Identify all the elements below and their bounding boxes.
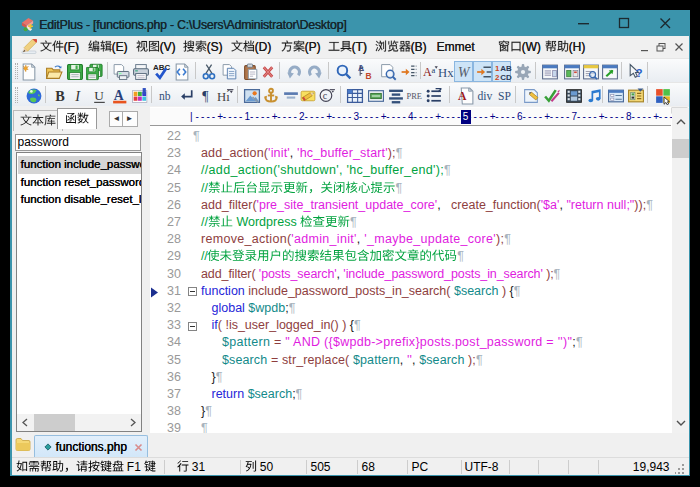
svg-text:W: W xyxy=(458,64,471,79)
svg-text:A: A xyxy=(114,87,124,102)
svg-text:U: U xyxy=(94,88,104,103)
svg-text:A: A xyxy=(358,63,364,73)
svg-text:Hx: Hx xyxy=(438,65,454,79)
svg-text:I: I xyxy=(74,88,81,104)
svg-text:div: div xyxy=(477,90,492,103)
svg-text:CD: CD xyxy=(500,72,512,80)
svg-text:A: A xyxy=(458,89,467,102)
svg-text:¶: ¶ xyxy=(202,88,209,103)
svg-text:2: 2 xyxy=(495,72,500,80)
svg-text:a: a xyxy=(431,64,435,74)
svg-text:B: B xyxy=(365,70,371,80)
svg-text:SP: SP xyxy=(498,90,511,103)
svg-text:Hı́: Hı́ xyxy=(217,89,230,103)
svg-text:c: c xyxy=(323,90,328,101)
svg-text:nb: nb xyxy=(159,89,171,102)
svg-text:ABC: ABC xyxy=(153,63,170,72)
svg-text:PRE: PRE xyxy=(407,91,423,101)
svg-text:?: ? xyxy=(635,65,642,78)
svg-text:B: B xyxy=(55,88,65,104)
